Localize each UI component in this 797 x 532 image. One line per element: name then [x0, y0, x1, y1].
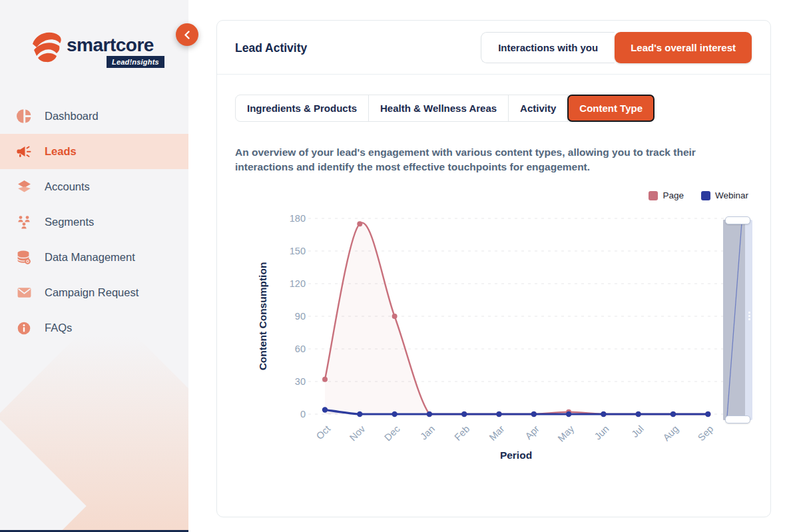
- megaphone-icon: [16, 144, 32, 160]
- svg-text:Feb: Feb: [452, 423, 471, 443]
- people-icon: [16, 214, 32, 230]
- chart-zoom-slider[interactable]: [723, 220, 752, 420]
- tab-activity[interactable]: Activity: [509, 95, 568, 121]
- svg-text:Nov: Nov: [348, 423, 368, 443]
- interactions-with-you-button[interactable]: Interactions with you: [481, 32, 615, 63]
- sidebar-item-label: Dashboard: [45, 110, 99, 123]
- sidebar-item-label: FAQs: [45, 322, 72, 334]
- brand-logo: smartcore Lead!nsights: [30, 27, 170, 73]
- svg-text:30: 30: [295, 376, 306, 387]
- svg-text:Dec: Dec: [382, 423, 402, 443]
- svg-text:Aug: Aug: [661, 423, 681, 443]
- sidebar: smartcore Lead!nsights Dashboard: [0, 0, 188, 532]
- svg-text:90: 90: [295, 311, 306, 322]
- section-description: An overview of your lead's engagement wi…: [235, 145, 728, 174]
- view-toggle-group: Interactions with you Lead's overall int…: [481, 32, 752, 63]
- sidebar-item-label: Segments: [45, 216, 94, 228]
- svg-text:0: 0: [300, 409, 306, 419]
- sidebar-item-accounts[interactable]: Accounts: [0, 169, 188, 204]
- sidebar-item-dashboard[interactable]: Dashboard: [0, 99, 188, 134]
- sidebar-item-campaign-request[interactable]: Campaign Request: [0, 275, 188, 310]
- svg-text:Oct: Oct: [314, 423, 332, 441]
- sidebar-item-leads[interactable]: Leads: [0, 134, 188, 169]
- header-divider: [217, 74, 770, 75]
- svg-text:60: 60: [295, 344, 306, 354]
- svg-text:Content Consumption: Content Consumption: [257, 262, 268, 371]
- layers-icon: [16, 179, 32, 195]
- sidebar-item-label: Accounts: [45, 180, 90, 193]
- page-title: Lead Activity: [235, 41, 307, 55]
- database-sync-icon: [16, 250, 32, 266]
- svg-text:Period: Period: [500, 449, 532, 461]
- leads-overall-interest-button[interactable]: Lead's overall interest: [615, 32, 752, 63]
- envelope-icon: [16, 285, 32, 301]
- tab-content-type[interactable]: Content Type: [567, 95, 655, 122]
- content-consumption-chart: 0306090120150180Content ConsumptionOctNo…: [254, 187, 760, 467]
- sidebar-nav: Dashboard Leads Accounts: [0, 99, 188, 346]
- svg-text:180: 180: [290, 213, 306, 224]
- svg-text:Sep: Sep: [696, 423, 716, 443]
- sidebar-item-label: Leads: [45, 145, 77, 158]
- lead-activity-card: Lead Activity Interactions with you Lead…: [216, 20, 771, 517]
- info-icon: [16, 320, 32, 336]
- category-tabs: Ingredients & Products Health & Wellness…: [235, 95, 655, 122]
- sidebar-item-segments[interactable]: Segments: [0, 204, 188, 240]
- chevron-left-icon: [183, 31, 192, 39]
- svg-text:Jan: Jan: [418, 423, 437, 442]
- brand-badge: Lead!nsights: [107, 56, 164, 68]
- tab-health-wellness-areas[interactable]: Health & Wellness Areas: [369, 95, 509, 121]
- smartcore-swirl-icon: [30, 28, 63, 64]
- svg-text:Jun: Jun: [593, 423, 611, 442]
- svg-text:Mar: Mar: [487, 423, 507, 443]
- svg-text:May: May: [556, 423, 577, 443]
- sidebar-collapse-button[interactable]: [176, 23, 198, 46]
- tab-ingredients-products[interactable]: Ingredients & Products: [236, 95, 369, 121]
- sidebar-item-label: Data Management: [45, 251, 135, 264]
- sidebar-item-data-management[interactable]: Data Management: [0, 240, 188, 275]
- svg-text:150: 150: [290, 246, 306, 256]
- svg-text:120: 120: [290, 278, 306, 289]
- sidebar-item-faqs[interactable]: FAQs: [0, 310, 188, 346]
- dashboard-pie-icon: [16, 109, 32, 125]
- zoom-slider-grip-icon[interactable]: [748, 312, 750, 320]
- zoom-slider-handle-top[interactable]: [725, 216, 750, 224]
- brand-name: smartcore: [67, 35, 154, 56]
- sidebar-item-label: Campaign Request: [45, 286, 138, 299]
- svg-text:Apr: Apr: [523, 423, 541, 441]
- zoom-slider-handle-bottom[interactable]: [725, 415, 750, 423]
- svg-text:Jul: Jul: [629, 423, 645, 439]
